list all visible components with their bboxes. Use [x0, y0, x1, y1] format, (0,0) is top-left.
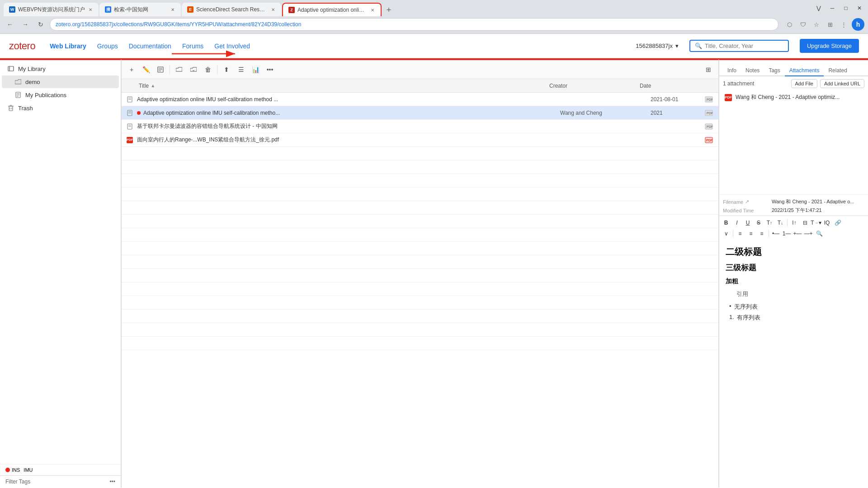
add-linked-url-button[interactable]: Add Linked URL — [820, 79, 864, 88]
user-menu[interactable]: 1562885837jx ▾ — [636, 42, 679, 49]
table-row-empty — [122, 215, 718, 228]
url-bar[interactable]: zotero.org/1562885837jx/collections/RW9G… — [50, 18, 778, 31]
table-row-empty — [122, 269, 718, 282]
more-icon[interactable]: ⋮ — [838, 19, 849, 30]
rte-subscript-btn[interactable]: T↓ — [775, 218, 785, 228]
trash-icon — [7, 104, 14, 112]
tab-close-2[interactable]: ✕ — [170, 6, 175, 13]
tab-info[interactable]: Info — [723, 66, 741, 76]
table-row[interactable]: 基于联邦卡尔曼滤波器的容错组合导航系统设计 - 中国知网 PDF — [122, 120, 718, 133]
rte-sep3 — [769, 230, 769, 237]
move-folder-button[interactable] — [187, 63, 200, 76]
translate-icon[interactable]: ⬡ — [784, 19, 795, 30]
upgrade-storage-button[interactable]: Upgrade Storage — [800, 39, 859, 53]
row-title-3: 基于联邦卡尔曼滤波器的容错组合导航系统设计 - 中国知网 — [137, 122, 558, 130]
tab-overflow-btn[interactable]: ⋁ — [814, 3, 824, 13]
more-options-button[interactable]: ••• — [264, 63, 276, 76]
rte-underline-btn[interactable]: U — [743, 218, 753, 228]
tab-webvpn[interactable]: W WEBVPN资源访问系统门户 ✕ — [4, 3, 99, 16]
rte-align-center-btn[interactable]: ≡ — [746, 229, 756, 239]
rte-find-btn[interactable]: 🔍 — [814, 229, 824, 239]
tab-zhiwang[interactable]: 搜 检索-中国知网 ✕ — [99, 3, 181, 16]
rte-indent-increase-btn[interactable]: +— — [793, 229, 802, 239]
edit-button[interactable]: ✏️ — [140, 63, 152, 76]
search-input[interactable] — [705, 42, 777, 49]
tag-imu[interactable]: IMU — [24, 467, 33, 473]
nav-groups[interactable]: Groups — [97, 42, 118, 50]
attachment-file-entry[interactable]: PDF Wang 和 Cheng - 2021 - Adaptive optim… — [719, 91, 868, 104]
tab-sciencedirect[interactable]: E ScienceDirect Search Results ... ✕ — [182, 3, 281, 16]
table-row[interactable]: PDF 面向室内行人的Range-...WB_INS紧组合导航方法_徐元.pdf… — [122, 133, 718, 147]
col-header-title[interactable]: Title ▲ — [137, 83, 547, 89]
tab-close-1[interactable]: ✕ — [88, 6, 93, 13]
tab-close-3[interactable]: ✕ — [270, 6, 276, 13]
sidebar-item-my-library[interactable]: My Library — [2, 62, 119, 75]
col-header-creator[interactable]: Creator — [547, 83, 638, 89]
profile-avatar[interactable]: h — [852, 18, 864, 31]
nav-web-library[interactable]: Web Library — [50, 42, 86, 50]
note-button[interactable] — [154, 63, 167, 76]
col-header-date[interactable]: Date — [638, 83, 692, 89]
chart-view-button[interactable]: 📊 — [249, 63, 262, 76]
nav-documentation[interactable]: Documentation — [129, 42, 171, 50]
table-row[interactable]: Adaptive optimization online IMU self-ca… — [122, 93, 718, 106]
rte-superscript-btn[interactable]: T↑ — [764, 218, 774, 228]
publications-icon — [14, 91, 22, 99]
list-view-button[interactable]: ☰ — [235, 63, 247, 76]
tab-bar: W WEBVPN资源访问系统门户 ✕ 搜 检索-中国知网 ✕ E Science… — [4, 0, 395, 16]
sidebar-item-my-publications[interactable]: My Publications — [2, 89, 119, 101]
nav-get-involved[interactable]: Get Involved — [214, 42, 250, 50]
add-item-button[interactable]: + — [125, 63, 138, 76]
maximize-btn[interactable]: □ — [841, 3, 851, 13]
shield-icon[interactable]: 🛡 — [797, 19, 808, 30]
rte-block-btn[interactable]: ⊟ — [800, 218, 810, 228]
folder-button[interactable] — [173, 63, 185, 76]
rte-link-btn[interactable]: 🔗 — [833, 218, 843, 228]
table-row-empty — [122, 282, 718, 296]
add-file-button[interactable]: Add File — [791, 79, 817, 88]
tab-tags[interactable]: Tags — [764, 66, 784, 76]
minimize-btn[interactable]: ─ — [827, 3, 837, 13]
sidebar-item-demo[interactable]: demo — [2, 75, 119, 88]
forward-btn[interactable]: → — [19, 18, 32, 31]
sidebar-item-trash[interactable]: Trash — [2, 102, 119, 114]
rte-bold-btn[interactable]: B — [721, 218, 731, 228]
nav-forums[interactable]: Forums — [182, 42, 203, 50]
tab-close-4[interactable]: ✕ — [370, 7, 375, 14]
folder-icon — [14, 78, 22, 85]
extension-icon[interactable]: ⊞ — [825, 19, 835, 30]
table-row[interactable]: Adaptive optimization online IMU self-ca… — [122, 106, 718, 120]
columns-toggle-button[interactable]: ⊞ — [702, 63, 715, 76]
new-tab-button[interactable]: + — [382, 4, 395, 16]
star-icon[interactable]: ☆ — [811, 19, 822, 30]
rte-indent2-btn[interactable]: T→▾ — [811, 218, 821, 228]
tab-zotero[interactable]: Z Adaptive optimization online ... ✕ — [282, 3, 382, 16]
close-window-btn[interactable]: ✕ — [854, 3, 864, 13]
export-button[interactable]: ⬆ — [220, 63, 233, 76]
tab-related[interactable]: Related — [824, 66, 851, 76]
filename-link-icon[interactable]: ↗ — [745, 199, 749, 205]
rte-italic-btn[interactable]: I — [732, 218, 742, 228]
tab-notes[interactable]: Notes — [741, 66, 764, 76]
rte-content[interactable]: 二级标题 三级标题 加粗 引用 • 无序列表 1. 有序列表 — [719, 240, 868, 488]
table-row-empty — [122, 255, 718, 269]
rte-heading3: 三级标题 — [726, 263, 862, 273]
tab-attachments[interactable]: Attachments — [785, 66, 824, 76]
rte-iq-btn[interactable]: IQ — [822, 218, 832, 228]
delete-button[interactable]: 🗑 — [202, 63, 214, 76]
rte-strikethrough-btn[interactable]: S — [754, 218, 764, 228]
table-row-empty — [122, 201, 718, 215]
zotero-search-box[interactable]: 🔍 — [689, 40, 789, 52]
filter-tags-more[interactable]: ••• — [109, 479, 115, 485]
refresh-btn[interactable]: ↻ — [34, 18, 47, 31]
rte-align-left-btn[interactable]: ≡ — [735, 229, 745, 239]
rte-indent-decrease-btn[interactable]: —+ — [803, 229, 813, 239]
rte-align-right-btn[interactable]: ≡ — [757, 229, 767, 239]
back-btn[interactable]: ← — [4, 18, 16, 31]
rte-more-btn[interactable]: ∨ — [721, 229, 731, 239]
tag-ins[interactable]: INS — [5, 467, 20, 473]
rte-indent-btn[interactable]: I↑ — [789, 218, 799, 228]
rte-ordered-list-btn[interactable]: 1— — [782, 229, 792, 239]
address-bar: ← → ↻ zotero.org/1562885837jx/collection… — [0, 16, 868, 34]
rte-unordered-list-btn[interactable]: •— — [771, 229, 781, 239]
